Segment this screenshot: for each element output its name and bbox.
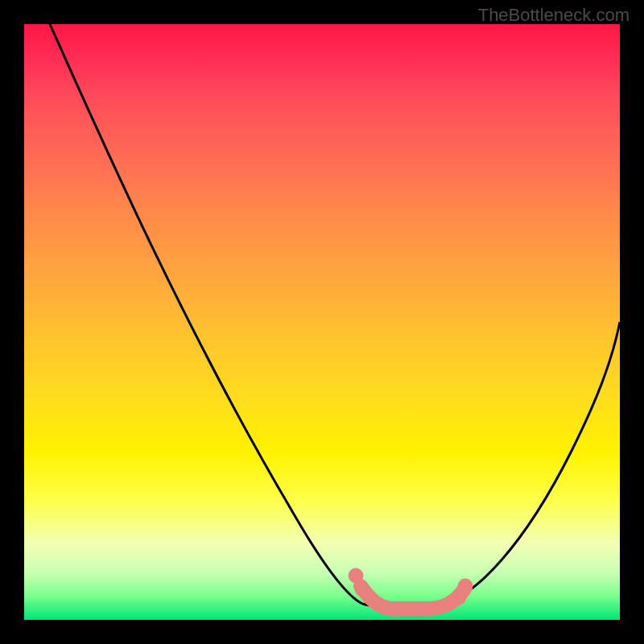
svg-point-0 (349, 568, 363, 583)
watermark-text: TheBottleneck.com (478, 5, 630, 26)
bottleneck-curve-left (50, 24, 362, 604)
curve-overlay (24, 24, 620, 620)
bottleneck-curve-right (443, 322, 620, 604)
svg-point-1 (355, 582, 369, 597)
chart-frame: TheBottleneck.com (0, 0, 644, 644)
plot-area (24, 24, 620, 620)
optimum-highlight (349, 568, 473, 609)
svg-point-3 (452, 590, 466, 605)
